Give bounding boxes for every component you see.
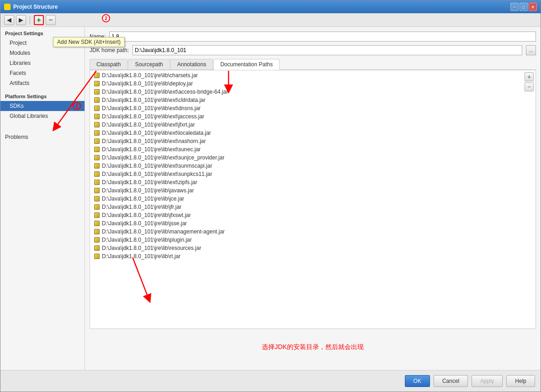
sidebar-item-sdks[interactable]: SDKs 1 [0, 101, 85, 111]
list-item[interactable]: D:\Java\jdk1.8.0_101\jre\lib\ext\sunec.j… [90, 145, 536, 154]
jar-icon [94, 122, 100, 128]
annotation-badge-2: 2 [102, 14, 110, 22]
add-sdk-button[interactable]: + [34, 15, 44, 25]
cancel-button[interactable]: Cancel [434, 375, 468, 387]
maximize-button[interactable]: □ [520, 3, 528, 11]
project-settings-title: Project Settings [0, 27, 85, 38]
title-controls: − □ ✕ [510, 3, 537, 11]
sidebar-item-problems[interactable]: Problems [0, 130, 85, 142]
tab-classpath[interactable]: Classpath [90, 59, 127, 69]
tab-sourcepath[interactable]: Sourcepath [128, 59, 170, 69]
list-item[interactable]: D:\Java\jdk1.8.0_101\jre\lib\rt.jar [90, 252, 536, 260]
jdk-browse-button[interactable]: ... [526, 45, 536, 55]
jar-icon [94, 80, 100, 87]
jar-icon [94, 113, 100, 120]
list-item[interactable]: D:\Java\jdk1.8.0_101\jre\lib\ext\access-… [90, 88, 536, 96]
list-item[interactable]: D:\Java\jdk1.8.0_101\jre\lib\jsse.jar [90, 219, 536, 228]
sidebar-item-facets[interactable]: Facets [0, 68, 85, 78]
title-bar: Project Structure − □ ✕ [0, 0, 541, 13]
list-item[interactable]: D:\Java\jdk1.8.0_101\jre\lib\ext\cldrdat… [90, 96, 536, 104]
ok-button[interactable]: OK [405, 375, 430, 387]
file-add-button[interactable]: + [525, 72, 534, 81]
bottom-buttons: OK Cancel Apply Help [0, 370, 541, 392]
sidebar-item-artifacts[interactable]: Artifacts [0, 78, 85, 88]
list-item[interactable]: D:\Java\jdk1.8.0_101\jre\lib\management-… [90, 228, 536, 236]
help-button[interactable]: Help [506, 375, 535, 387]
sidebar: Project Settings Project Modules Librari… [0, 27, 85, 370]
list-item[interactable]: D:\Java\jdk1.8.0_101\jre\lib\jfxswt.jar [90, 211, 536, 219]
list-item[interactable]: D:\Java\jdk1.8.0_101\jre\lib\ext\sunjce_… [90, 154, 536, 162]
jar-icon [94, 220, 100, 227]
jdk-row: JDK home path: ... [90, 45, 536, 55]
forward-button[interactable]: ▶ [16, 15, 26, 25]
jar-icon [94, 146, 100, 153]
file-list-panel: D:\Java\jdk1.8.0_101\jre\lib\charsets.ja… [90, 70, 536, 329]
tab-documentation-paths[interactable]: Documentation Paths [213, 59, 280, 70]
file-list-actions: + − [525, 72, 534, 91]
jar-icon [94, 187, 100, 194]
main-content: Project Settings Project Modules Librari… [0, 27, 541, 370]
jar-icon [94, 204, 100, 210]
list-item[interactable]: D:\Java\jdk1.8.0_101\jre\lib\ext\jaccess… [90, 112, 536, 121]
jar-icon [94, 163, 100, 169]
jar-icon [94, 72, 100, 79]
tabs-bar: Classpath Sourcepath Annotations Documen… [90, 59, 536, 70]
list-item[interactable]: D:\Java\jdk1.8.0_101\jre\lib\resources.j… [90, 244, 536, 252]
jar-icon [94, 154, 100, 161]
toolbar: ◀ ▶ + − Add New SDK (Alt+Insert) 2 [0, 13, 541, 27]
jar-icon [94, 105, 100, 111]
jar-icon [94, 130, 100, 136]
add-sdk-tooltip: Add New SDK (Alt+Insert) [53, 37, 125, 47]
list-item[interactable]: D:\Java\jdk1.8.0_101\jre\lib\ext\sunpkcs… [90, 170, 536, 178]
list-item[interactable]: D:\Java\jdk1.8.0_101\jre\lib\charsets.ja… [90, 71, 536, 79]
list-item[interactable]: D:\Java\jdk1.8.0_101\jre\lib\ext\sunmsca… [90, 162, 536, 170]
file-remove-button[interactable]: − [525, 82, 534, 91]
list-item[interactable]: D:\Java\jdk1.8.0_101\jre\lib\ext\jfxrt.j… [90, 121, 536, 129]
annotation-badge-1: 1 [73, 102, 81, 110]
jar-icon [94, 237, 100, 243]
list-item[interactable]: D:\Java\jdk1.8.0_101\jre\lib\ext\zipfs.j… [90, 178, 536, 186]
list-item[interactable]: D:\Java\jdk1.8.0_101\jre\lib\javaws.jar [90, 186, 536, 195]
list-item[interactable]: D:\Java\jdk1.8.0_101\jre\lib\ext\localed… [90, 129, 536, 137]
name-row: Name: [90, 32, 536, 42]
platform-settings-title: Platform Settings [0, 90, 85, 101]
list-item[interactable]: D:\Java\jdk1.8.0_101\jre\lib\ext\nashorn… [90, 137, 536, 145]
remove-sdk-button[interactable]: − [46, 15, 56, 25]
jar-icon [94, 179, 100, 185]
jar-icon [94, 245, 100, 251]
sidebar-item-global-libraries[interactable]: Global Libraries [0, 111, 85, 121]
name-input[interactable] [109, 32, 536, 42]
list-item[interactable]: D:\Java\jdk1.8.0_101\jre\lib\ext\dnsns.j… [90, 104, 536, 112]
jdk-label: JDK home path: [90, 47, 129, 53]
jar-icon [94, 138, 100, 144]
back-button[interactable]: ◀ [4, 15, 14, 25]
list-item[interactable]: D:\Java\jdk1.8.0_101\jre\lib\plugin.jar [90, 236, 536, 244]
jdk-path-input[interactable] [133, 45, 522, 55]
list-item[interactable]: D:\Java\jdk1.8.0_101\jre\lib\jce.jar [90, 195, 536, 203]
right-panel: Name: JDK home path: ... Classpath Sourc… [85, 27, 541, 370]
jar-icon [94, 212, 100, 218]
jar-icon [94, 89, 100, 95]
sidebar-item-libraries[interactable]: Libraries [0, 58, 85, 68]
jar-icon [94, 253, 100, 260]
window-icon [4, 4, 11, 10]
jar-icon [94, 228, 100, 235]
apply-button[interactable]: Apply [472, 375, 503, 387]
list-item[interactable]: D:\Java\jdk1.8.0_101\jre\lib\jfr.jar [90, 203, 536, 211]
annotation-text: 选择JDK的安装目录，然后就会出现 [262, 343, 363, 351]
project-structure-window: Project Structure − □ ✕ ◀ ▶ + − Add New … [0, 0, 541, 392]
jar-icon [94, 97, 100, 103]
jar-icon [94, 171, 100, 177]
close-button[interactable]: ✕ [529, 3, 537, 11]
annotation-area: 选择JDK的安装目录，然后就会出现 [90, 329, 536, 366]
sidebar-item-modules[interactable]: Modules [0, 48, 85, 58]
window-title: Project Structure [13, 4, 58, 10]
jar-icon [94, 196, 100, 202]
title-bar-left: Project Structure [4, 4, 58, 10]
file-list: D:\Java\jdk1.8.0_101\jre\lib\charsets.ja… [90, 70, 536, 261]
minimize-button[interactable]: − [510, 3, 519, 11]
toolbar-divider [30, 16, 30, 24]
tab-annotations[interactable]: Annotations [170, 59, 213, 69]
list-item[interactable]: D:\Java\jdk1.8.0_101\jre\lib\deploy.jar [90, 79, 536, 88]
